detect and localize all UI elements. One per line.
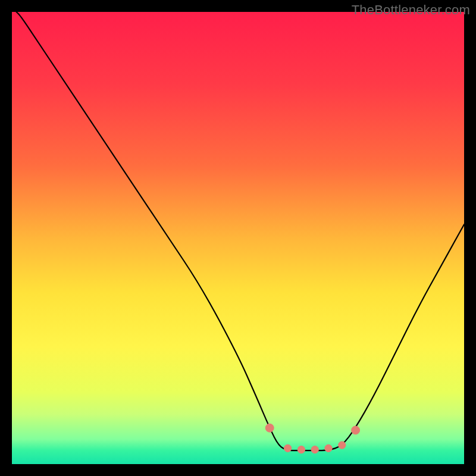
curve-marker: [352, 426, 360, 434]
curve-marker: [284, 444, 291, 452]
chart-container: TheBottleneker.com: [0, 0, 476, 476]
curve-marker: [311, 446, 318, 453]
curve-marker: [265, 424, 274, 432]
curve-marker: [325, 444, 332, 452]
watermark-text: TheBottleneker.com: [352, 2, 470, 18]
bottleneck-curve: [12, 12, 464, 464]
plot-area: [12, 12, 464, 464]
curve-marker: [298, 446, 305, 453]
curve-marker: [339, 441, 346, 449]
